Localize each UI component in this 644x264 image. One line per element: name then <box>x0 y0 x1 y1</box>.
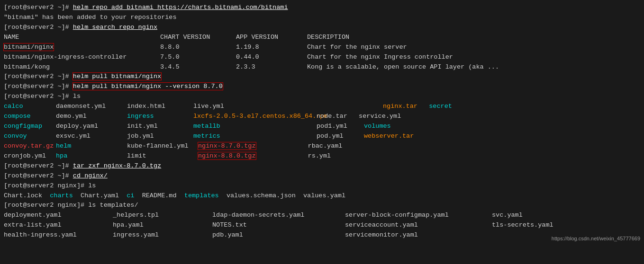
line-9: [root@server2 ~]# helm pull bitnami/ngin… <box>4 82 640 92</box>
line-ls-6: cronjob.ymlhpalimitnginx-8.8.0.tgzrs.yml <box>4 151 640 161</box>
line-ls-3: congfigmapdeploy.yamlinit.ymlmetallbpod1… <box>4 122 640 132</box>
line-tpl-3: health-ingress.yamlingress.yamlpdb.yamls… <box>4 230 640 240</box>
line-5: bitnami/nginx8.8.01.19.8Chart for the ng… <box>4 43 640 53</box>
line-ls-5: convoy.tar.gzhelmkube-flannel.ymlnginx-8… <box>4 141 640 151</box>
line-14: [root@server2 nginx]# ls templates/ <box>4 201 640 211</box>
terminal: [root@server2 ~]# helm repo add bitnami … <box>0 0 644 243</box>
line-ls-1: calcodaemonset.ymlindex.htmllive.ymlngin… <box>4 102 640 112</box>
line-6: bitnami/nginx-ingress-controller7.5.00.4… <box>4 53 640 62</box>
line-2: "bitnami" has been added to your reposit… <box>4 13 640 23</box>
line-3: [root@server2 ~]# helm search repo nginx <box>4 23 640 33</box>
line-1: [root@server2 ~]# helm repo add bitnami … <box>4 3 640 13</box>
line-ls-4: convoyexsvc.ymljob.ymlmetricspod.ymlwebs… <box>4 132 640 141</box>
line-12: [root@server2 ~]# cd nginx/ <box>4 171 640 181</box>
line-10: [root@server2 ~]# ls <box>4 92 640 102</box>
line-13: [root@server2 nginx]# ls <box>4 181 640 191</box>
line-11: [root@server2 ~]# tar zxf nginx-8.7.0.tg… <box>4 161 640 171</box>
line-tpl-1: deployment.yaml_helpers.tplldap-daemon-s… <box>4 211 640 220</box>
line-7: bitnami/kong3.4.52.3.3Kong is a scalable… <box>4 62 640 72</box>
line-4: NAMECHART VERSIONAPP VERSIONDESCRIPTION <box>4 33 640 43</box>
line-tpl-2: extra-list.yamlhpa.yamlNOTES.txtservicea… <box>4 220 640 230</box>
watermark: https://blog.csdn.net/weixin_45777669 <box>552 236 640 241</box>
line-ls-nginx: Chart.lock charts Chart.yaml ci README.m… <box>4 191 640 201</box>
line-8: [root@server2 ~]# helm pull bitnami/ngin… <box>4 72 640 82</box>
line-ls-2: composedemo.ymlingresslxcfs-2.0.5-3.el7.… <box>4 112 640 122</box>
